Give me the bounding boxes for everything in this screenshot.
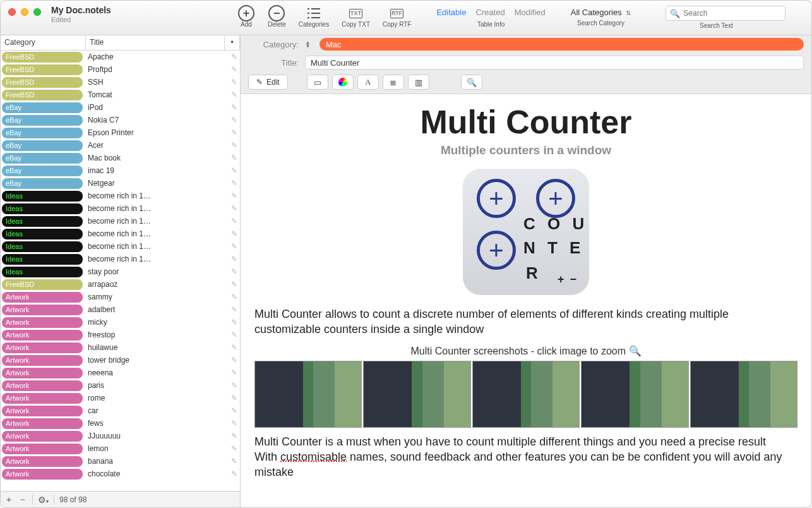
dropdown-arrows-icon: ⇅ — [626, 9, 631, 16]
table-row[interactable]: Artworklemon✎ — [1, 442, 240, 455]
table-row[interactable]: Artworkchocolate✎ — [1, 468, 240, 480]
table-row[interactable]: eBayiPod✎ — [1, 101, 240, 114]
gear-menu-button[interactable]: ⚙︎▾ — [38, 495, 49, 505]
thumbnail[interactable] — [581, 361, 688, 428]
font-button[interactable]: A — [357, 75, 379, 90]
minimize-window-button[interactable] — [21, 8, 28, 16]
category-pill: Artwork — [2, 406, 83, 416]
tab-created[interactable]: Created — [475, 8, 505, 17]
table-row[interactable]: FreeBSDTomcat✎ — [1, 88, 240, 101]
table-row[interactable]: Ideasstay poor✎ — [1, 265, 240, 278]
zoom-window-button[interactable] — [33, 8, 41, 16]
thumbnail[interactable] — [363, 361, 470, 428]
row-title: paris — [88, 381, 229, 390]
color-button[interactable] — [332, 75, 354, 90]
tab-modified[interactable]: Modified — [515, 8, 546, 17]
table-row[interactable]: FreeBSDarrapaoz✎ — [1, 278, 240, 291]
zoom-icon: 🔍 — [629, 346, 642, 356]
table-row[interactable]: eBayMac book✎ — [1, 152, 240, 164]
category-stepper-icon[interactable]: ▲▼ — [305, 40, 311, 49]
category-pill[interactable]: Mac — [319, 38, 804, 51]
thumbnail[interactable] — [690, 361, 797, 428]
category-pill: Artwork — [2, 380, 83, 391]
find-in-doc-button[interactable]: 🔍 — [461, 75, 482, 90]
category-filter-dropdown[interactable]: All Categories ⇅ — [571, 8, 631, 17]
search-field[interactable]: 🔍 — [666, 6, 785, 21]
table-row[interactable]: Artworkfreestop✎ — [1, 329, 240, 341]
table-row[interactable]: ArtworkJJuuuuuu✎ — [1, 430, 240, 442]
table-row[interactable]: FreeBSDApache✎ — [1, 51, 240, 63]
copy-txt-button[interactable]: TXT Copy TXT — [342, 4, 370, 28]
app-icon-graphic: + + + C O U N T E R + − — [463, 169, 589, 295]
category-pill: eBay — [2, 102, 83, 113]
table-row[interactable]: Artworkadalbert✎ — [1, 303, 240, 316]
table-row[interactable]: Artworkbanana✎ — [1, 455, 240, 468]
close-window-button[interactable] — [8, 8, 16, 16]
table-row[interactable]: Ideasbecome rich in 1…✎ — [1, 253, 240, 265]
thumbnail[interactable] — [472, 361, 580, 428]
doc-paragraph-1: Multi Counter allows to count a discrete… — [254, 306, 797, 337]
table-row[interactable]: Ideasbecome rich in 1…✎ — [1, 227, 240, 240]
pencil-icon: ✎ — [229, 103, 240, 112]
pencil-icon: ✎ — [229, 469, 240, 478]
col-category[interactable]: Category — [1, 35, 86, 50]
add-row-button[interactable]: ＋ — [4, 494, 13, 505]
screenshot-thumbnails[interactable] — [254, 361, 797, 428]
table-row[interactable]: eBayAcer✎ — [1, 139, 240, 152]
table-row[interactable]: eBayNokia C7✎ — [1, 114, 240, 126]
copy-rtf-button[interactable]: RTF Copy RTF — [383, 4, 411, 28]
document-body[interactable]: Multi Counter Multiple counters in a win… — [241, 94, 811, 507]
table-row[interactable]: Artworkfews✎ — [1, 417, 240, 430]
table-row[interactable]: Ideasbecome rich in 1…✎ — [1, 215, 240, 227]
pencil-icon: ✎ — [229, 293, 240, 301]
table-row[interactable]: eBayNetgear✎ — [1, 177, 240, 190]
add-button[interactable]: + Add — [237, 4, 255, 28]
table-row[interactable]: FreeBSDSSH✎ — [1, 76, 240, 88]
table-row[interactable]: Ideasbecome rich in 1…✎ — [1, 240, 240, 253]
table-row[interactable]: Artworkcar✎ — [1, 404, 240, 417]
category-field-label: Category: — [248, 40, 299, 49]
remove-row-button[interactable]: － — [18, 494, 27, 505]
edit-button[interactable]: ✎ Edit — [248, 75, 288, 90]
search-input[interactable] — [683, 9, 781, 18]
category-pill: Ideas — [2, 203, 83, 214]
table-row[interactable]: Artworkmicky✎ — [1, 316, 240, 329]
thumbnail[interactable] — [254, 361, 362, 428]
table-row[interactable]: Artworkneeena✎ — [1, 366, 240, 379]
pencil-icon: ✎ — [229, 457, 240, 466]
table-row[interactable]: Ideasbecome rich in 1…✎ — [1, 190, 240, 202]
table-row[interactable]: Ideasbecome rich in 1…✎ — [1, 202, 240, 215]
table-row[interactable]: Artworkrome✎ — [1, 392, 240, 404]
col-indicator[interactable]: • — [225, 35, 240, 50]
titlebar: My Doc.notels Edited + Add − Delete Cate… — [1, 1, 811, 35]
table-row[interactable]: eBayimac 19✎ — [1, 164, 240, 177]
bullets-icon: ≣ — [390, 78, 397, 87]
row-title: Tomcat — [88, 90, 229, 99]
columns-button[interactable]: ▥ — [408, 75, 429, 90]
tab-editable[interactable]: Editable — [436, 8, 466, 17]
table-row[interactable]: Artworkhuilawue✎ — [1, 341, 240, 354]
category-pill: FreeBSD — [2, 64, 83, 75]
row-title: SSH — [88, 78, 229, 87]
categories-button[interactable]: Categories — [299, 4, 329, 28]
pencil-icon: ✎ — [229, 179, 240, 188]
table-row[interactable]: Artworksammy✎ — [1, 291, 240, 303]
category-pill: Artwork — [2, 456, 83, 467]
row-title: rome — [88, 394, 229, 402]
table-row[interactable]: Artworkparis✎ — [1, 379, 240, 392]
pencil-icon: ✎ — [229, 267, 240, 276]
delete-button[interactable]: − Delete — [268, 4, 286, 28]
row-title: micky — [88, 318, 229, 327]
ruler-button[interactable]: ▭ — [307, 75, 328, 90]
table-row[interactable]: Artworktower bridge✎ — [1, 354, 240, 366]
list-rows[interactable]: FreeBSDApache✎FreeBSDProftpd✎FreeBSDSSH✎… — [1, 51, 240, 491]
table-row[interactable]: eBayEpson Printer✎ — [1, 126, 240, 139]
col-title[interactable]: Title — [86, 35, 225, 50]
list-header: Category Title • — [1, 35, 240, 51]
table-row[interactable]: FreeBSDProftpd✎ — [1, 63, 240, 76]
row-title: Apache — [88, 52, 229, 61]
doc-paragraph-2: Multi Counter is a must when you have to… — [254, 434, 797, 480]
pencil-icon: ✎ — [229, 318, 240, 327]
list-style-button[interactable]: ≣ — [383, 75, 404, 90]
title-input[interactable] — [305, 56, 804, 70]
